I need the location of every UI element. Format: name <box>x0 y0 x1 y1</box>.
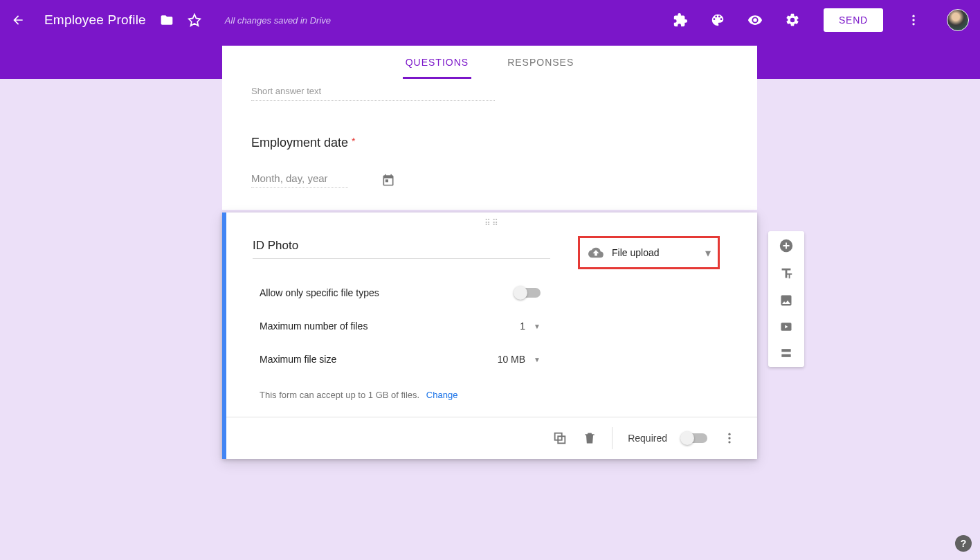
question-employment-date[interactable]: Employment date * Month, day, year <box>222 118 757 210</box>
star-icon[interactable] <box>188 13 201 27</box>
add-title-icon[interactable] <box>779 266 794 281</box>
chevron-down-icon: ▾ <box>705 246 711 260</box>
side-toolbar <box>768 231 804 367</box>
max-size-value: 10 MB <box>498 354 525 365</box>
tabs: QUESTIONS RESPONSES <box>222 46 757 79</box>
date-placeholder: Month, day, year <box>251 172 348 188</box>
option-allow-specific-types: Allow only specific file types <box>226 276 757 309</box>
max-size-dropdown[interactable]: 10 MB ▼ <box>498 354 541 365</box>
svg-point-5 <box>728 433 730 435</box>
question-type-label: File upload <box>612 247 660 258</box>
svg-point-0 <box>912 15 914 17</box>
form-card: QUESTIONS RESPONSES Short answer text Em… <box>222 46 757 459</box>
add-section-icon[interactable] <box>779 346 793 360</box>
more-icon[interactable] <box>907 13 920 27</box>
avatar[interactable] <box>947 9 969 31</box>
svg-point-6 <box>728 437 730 439</box>
toolbar: Employee Profile All changes saved in Dr… <box>0 0 980 40</box>
add-image-icon[interactable] <box>779 293 793 307</box>
folder-icon[interactable] <box>160 13 174 27</box>
calendar-icon <box>381 173 395 187</box>
option-max-files: Maximum number of files 1 ▼ <box>226 309 757 343</box>
tab-responses[interactable]: RESPONSES <box>505 46 577 79</box>
short-answer-placeholder: Short answer text <box>251 86 495 101</box>
svg-rect-10 <box>781 349 790 352</box>
svg-rect-11 <box>781 354 790 357</box>
limit-text: This form can accept up to 1 GB of files… <box>260 390 419 400</box>
palette-icon[interactable] <box>710 12 725 28</box>
duplicate-icon[interactable] <box>552 431 568 446</box>
question-title: Employment date * <box>251 136 728 150</box>
toggle-required[interactable] <box>682 433 707 443</box>
question-type-dropdown[interactable]: File upload ▾ <box>578 236 720 269</box>
help-button[interactable]: ? <box>955 535 972 552</box>
drag-handle-icon[interactable]: ⠿⠿ <box>484 218 500 228</box>
required-label: Required <box>628 433 667 444</box>
chevron-down-icon: ▼ <box>534 356 541 363</box>
add-video-icon[interactable] <box>779 320 793 334</box>
max-files-dropdown[interactable]: 1 ▼ <box>520 320 541 332</box>
question-title-input[interactable] <box>253 236 550 259</box>
addons-icon[interactable] <box>673 12 688 28</box>
settings-icon[interactable] <box>785 12 800 28</box>
option-label: Maximum file size <box>260 354 498 365</box>
toggle-allow-specific[interactable] <box>516 288 541 298</box>
preview-icon[interactable] <box>747 12 763 28</box>
option-max-size: Maximum file size 10 MB ▼ <box>226 343 757 376</box>
add-question-icon[interactable] <box>779 238 794 253</box>
save-status: All changes saved in Drive <box>225 15 331 26</box>
more-options-icon[interactable] <box>723 431 736 445</box>
back-icon[interactable] <box>11 13 25 27</box>
change-limit-link[interactable]: Change <box>426 390 458 400</box>
divider <box>612 427 612 449</box>
question-id-photo-selected[interactable]: ⠿⠿ File upload ▾ Allow only specific fil… <box>222 213 757 459</box>
option-label: Allow only specific file types <box>260 287 516 298</box>
svg-point-7 <box>728 441 730 443</box>
previous-question-short-answer[interactable]: Short answer text <box>222 79 757 118</box>
svg-point-2 <box>912 23 914 25</box>
delete-icon[interactable] <box>583 431 597 445</box>
tab-questions[interactable]: QUESTIONS <box>403 46 471 79</box>
form-title[interactable]: Employee Profile <box>44 12 146 28</box>
date-field: Month, day, year <box>251 172 728 188</box>
chevron-down-icon: ▼ <box>534 323 541 330</box>
question-footer: Required <box>226 417 757 459</box>
questions-panel: Short answer text Employment date * Mont… <box>222 79 757 210</box>
file-limit-note: This form can accept up to 1 GB of files… <box>226 376 757 417</box>
required-star: * <box>352 136 355 147</box>
send-button[interactable]: SEND <box>824 8 883 32</box>
cloud-upload-icon <box>588 245 604 260</box>
svg-point-1 <box>912 19 914 21</box>
question-title-text: Employment date <box>251 136 348 150</box>
option-label: Maximum number of files <box>260 320 520 332</box>
max-files-value: 1 <box>520 320 525 332</box>
